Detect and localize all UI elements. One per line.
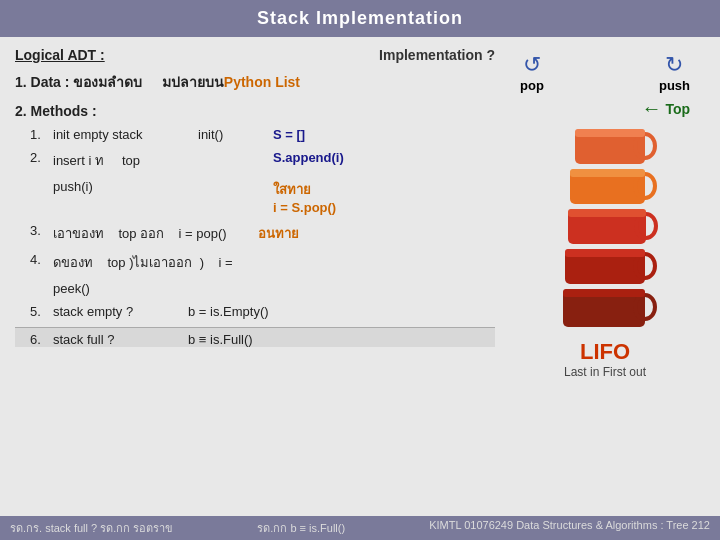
cup-5 [563,289,655,327]
last-in-label: Last in First out [564,365,646,379]
top-label: Top [665,101,690,117]
pop-label: pop [520,78,544,93]
footer-left: รด.กร. stack full ? รด.กก รอตราข [10,519,173,537]
cup-4 [565,249,655,284]
method-desc-3: เอาของท top ออก i = pop() [53,223,253,244]
left-panel: Logical ADT : Implementation ? 1. Data :… [15,47,495,379]
method-desc-peek: peek() [53,281,90,296]
method-desc-6: stack full ? [53,332,183,347]
method-result-push: ใสทายi = S.pop() [273,179,336,215]
method-result-1: S = [] [273,127,305,142]
implementation-q-label: Implementation ? [379,47,495,63]
method-item-5: 5. stack empty ? b = is.Empty() [30,304,495,319]
footer-right: KIMTL 01076249 Data Structures & Algorit… [429,519,710,537]
method-call-6: b ≡ is.Full() [188,332,253,347]
cups-svg [520,124,690,334]
methods-header: 2. Methods : [15,103,495,119]
method-num-push [30,179,48,194]
page-title: Stack Implementation [257,8,463,28]
method-result-2: S.append(i) [273,150,344,165]
data-row: 1. Data : ของมลำดบ มปลายบน Python List [15,71,495,93]
method-num-6: 6. [30,332,48,347]
method-call-5: b = is.Empty() [188,304,269,319]
push-label: push [659,78,690,93]
push-arrow-icon: ↻ [665,52,683,78]
method-desc-5: stack empty ? [53,304,183,319]
method-num-5: 5. [30,304,48,319]
right-panel: ↺ pop ↻ push ← Top [505,47,705,379]
data-value: Python List [224,74,300,90]
footer-middle: รด.กก b ≡ is.Full() [257,519,345,537]
lifo-label: LIFO [580,339,630,365]
data-label: 1. Data : ของมลำดบ มปลายบน [15,71,224,93]
method-item-3: 3. เอาของท top ออก i = pop() อนทาย [30,223,495,244]
svg-rect-11 [565,249,645,257]
push-side: ↻ push [659,52,690,93]
method-result-3: อนทาย [258,223,299,244]
cup-3 [568,209,656,244]
cup-1 [575,129,655,164]
adt-header-row: Logical ADT : Implementation ? [15,47,495,63]
method-item-2: 2. insert i ท top S.append(i) [30,150,495,171]
title-bar: Stack Implementation [0,0,720,37]
method-desc-4: ดของท top )ไมเอาออก ) i = [53,252,253,273]
method-item-peek: peek() [30,281,495,296]
pop-push-row: ↺ pop ↻ push [520,52,690,93]
top-arrow-row: ← Top [520,97,690,120]
content-area: Logical ADT : Implementation ? 1. Data :… [0,37,720,389]
top-arrow-icon: ← [641,97,661,120]
method-desc-push: push(i) [53,179,193,194]
method-num-2: 2. [30,150,48,165]
method-desc-1: init empty stack [53,127,193,142]
method-item-push: push(i) ใสทายi = S.pop() [30,179,495,215]
footer-bar: รด.กร. stack full ? รด.กก รอตราข รด.กก b… [0,516,720,540]
method-item-6: 6. stack full ? b ≡ is.Full() [15,327,495,347]
svg-rect-2 [575,129,645,137]
method-call-1: init() [198,127,268,142]
svg-rect-14 [563,289,645,297]
method-num-1: 1. [30,127,48,142]
logical-adt-label: Logical ADT : [15,47,105,63]
pop-side: ↺ pop [520,52,544,93]
svg-rect-5 [570,169,645,177]
cup-2 [570,169,655,204]
method-desc-2: insert i ท top [53,150,193,171]
method-num-3: 3. [30,223,48,238]
method-num-4: 4. [30,252,48,267]
svg-rect-8 [568,209,646,217]
method-item-4: 4. ดของท top )ไมเอาออก ) i = [30,252,495,273]
methods-list: 1. init empty stack init() S = [] 2. ins… [15,127,495,347]
main-page: Stack Implementation Logical ADT : Imple… [0,0,720,540]
method-item-1: 1. init empty stack init() S = [] [30,127,495,142]
pop-arrow-icon: ↺ [523,52,541,78]
